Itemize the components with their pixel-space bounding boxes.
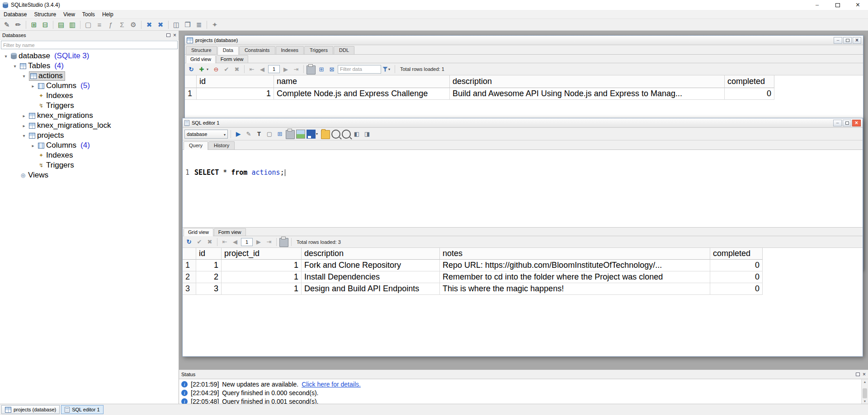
menu-database[interactable]: Database xyxy=(0,10,30,19)
disconnect-database-icon[interactable]: ✏ xyxy=(13,20,23,30)
tab-query[interactable]: Query xyxy=(184,141,208,150)
create-view-from-query-icon[interactable]: ⊞ xyxy=(275,130,284,139)
menu-view[interactable]: View xyxy=(60,10,79,19)
tab-grid-view[interactable]: Grid view xyxy=(184,228,213,236)
projects-window-titlebar[interactable]: projects (database) xyxy=(185,36,863,45)
tree-item-views[interactable]: ◎ Views xyxy=(0,170,179,180)
last-row-icon[interactable]: ⇥ xyxy=(264,238,274,247)
close-panel-icon[interactable] xyxy=(863,371,866,378)
print-icon[interactable] xyxy=(307,65,316,75)
open-sql-file-icon[interactable] xyxy=(321,130,330,139)
cell-id[interactable]: 1 xyxy=(197,88,274,100)
column-header-description[interactable]: description xyxy=(302,248,440,260)
cell-completed[interactable]: 0 xyxy=(710,283,763,295)
execute-query-icon[interactable]: ▶ xyxy=(234,130,243,139)
cell-id[interactable]: 2 xyxy=(196,271,222,283)
scrollbar-thumb[interactable] xyxy=(863,388,867,398)
cell-name[interactable]: Complete Node.js and Express Challenge xyxy=(274,88,450,100)
column-header-completed[interactable]: completed xyxy=(725,75,774,88)
replace-icon[interactable] xyxy=(342,130,351,139)
commit-changes-icon[interactable]: ✔ xyxy=(195,238,204,247)
sql-editor-titlebar[interactable]: SQL editor 1 xyxy=(183,118,863,128)
database-selector[interactable]: database xyxy=(184,130,228,139)
commit-selected-icon[interactable]: ⊞ xyxy=(317,65,326,74)
menu-tools[interactable]: Tools xyxy=(79,10,99,19)
save-results-icon-dropdown[interactable] xyxy=(316,132,320,136)
tab-form-view[interactable]: Form view xyxy=(216,55,248,63)
cell-completed[interactable]: 0 xyxy=(710,260,763,271)
cell-completed[interactable]: 0 xyxy=(725,88,774,100)
tab-grid-view[interactable]: Grid view xyxy=(186,55,216,63)
last-row-icon[interactable]: ⇥ xyxy=(292,65,301,74)
menu-help[interactable]: Help xyxy=(99,10,117,19)
taskbar-button-sql-editor[interactable]: SQL editor 1 xyxy=(61,405,103,414)
new-sql-editor-icon[interactable]: ▢ xyxy=(83,20,93,30)
filter-by-name-input[interactable] xyxy=(1,41,178,49)
refresh-grid-icon[interactable]: ↻ xyxy=(187,65,196,74)
filter-funnel-icon[interactable] xyxy=(382,67,388,72)
corner-header-cell[interactable] xyxy=(185,75,197,88)
row-number-cell[interactable]: 1 xyxy=(183,260,196,271)
tree-item-knex-migrations[interactable]: ▸ knex_migrations xyxy=(0,111,179,121)
previous-row-icon[interactable]: ◀ xyxy=(258,65,267,74)
mdi-restore-button[interactable] xyxy=(843,120,851,126)
print-icon[interactable] xyxy=(286,130,295,139)
expander-icon[interactable]: ▸ xyxy=(21,123,27,128)
mdi-minimize-button[interactable] xyxy=(834,37,842,44)
menu-structure[interactable]: Structure xyxy=(30,10,60,19)
tree-item-tables[interactable]: ▾ Tables (4) xyxy=(0,61,179,71)
commit-changes-icon[interactable]: ✔ xyxy=(222,65,231,74)
mdi-minimize-button[interactable] xyxy=(833,120,842,126)
tab-history[interactable]: History xyxy=(208,141,235,149)
column-header-project-id[interactable]: project_id xyxy=(222,248,302,260)
tree-item-actions[interactable]: ▾ actions xyxy=(0,71,179,81)
connect-database-icon[interactable]: ✎ xyxy=(2,20,12,30)
tree-item-indexes[interactable]: ✦ Indexes xyxy=(0,150,179,160)
close-window-icon[interactable]: ✖ xyxy=(144,20,154,30)
row-number-cell[interactable]: 2 xyxy=(183,271,196,283)
cell-project-id[interactable]: 1 xyxy=(222,260,302,271)
expander-icon[interactable]: ▸ xyxy=(30,84,36,89)
format-sql-icon[interactable]: T xyxy=(255,130,264,139)
tab-structure[interactable]: Structure xyxy=(186,46,217,54)
filter-data-input[interactable] xyxy=(338,65,381,74)
tree-item-columns[interactable]: ▸ Columns (5) xyxy=(0,81,179,91)
cell-completed[interactable]: 0 xyxy=(710,271,763,283)
refresh-results-icon[interactable]: ↻ xyxy=(184,238,193,247)
cell-notes[interactable]: This is where the magic happens! xyxy=(440,283,710,295)
import-icon[interactable]: ▤ xyxy=(56,20,66,30)
tree-item-triggers[interactable]: ↯ Triggers xyxy=(0,160,179,170)
float-panel-icon[interactable] xyxy=(856,373,860,376)
export-icon[interactable]: ▥ xyxy=(67,20,77,30)
cell-description[interactable]: Design and Build API Endpoints xyxy=(302,283,440,295)
arrange-windows-icon[interactable]: ≣ xyxy=(194,20,204,30)
tab-triggers[interactable]: Triggers xyxy=(304,46,333,54)
column-header-description[interactable]: description xyxy=(450,75,725,88)
page-number-box[interactable]: 1 xyxy=(268,65,280,73)
add-row-icon[interactable]: ✚ xyxy=(197,65,206,74)
filter-funnel-dropdown[interactable] xyxy=(388,67,392,71)
selected-tree-item[interactable]: actions xyxy=(29,71,65,81)
cell-description[interactable]: Build and Awesome API Using Node.js and … xyxy=(450,88,725,100)
find-icon[interactable] xyxy=(331,130,340,139)
cell-project-id[interactable]: 1 xyxy=(222,283,302,295)
tab-ddl[interactable]: DDL xyxy=(334,46,354,54)
taskbar-button-projects[interactable]: projects (database) xyxy=(1,405,60,414)
cell-notes[interactable]: Repo URL: https://github.com/BloomInstit… xyxy=(440,260,710,271)
close-button[interactable] xyxy=(848,0,868,10)
next-editor-window-icon[interactable]: ◨ xyxy=(363,130,372,139)
row-number-cell[interactable]: 3 xyxy=(183,283,196,295)
cell-notes[interactable]: Remember to cd into the folder where the… xyxy=(440,271,710,283)
cell-project-id[interactable]: 1 xyxy=(222,271,302,283)
next-row-icon[interactable]: ▶ xyxy=(254,238,263,247)
cascade-windows-icon[interactable]: ❐ xyxy=(183,20,193,30)
add-database-icon[interactable]: ⊞ xyxy=(29,20,39,30)
rollback-changes-icon[interactable]: ✖ xyxy=(205,238,214,247)
explain-query-icon[interactable]: ✎ xyxy=(244,130,253,139)
cell-description[interactable]: Install Dependencies xyxy=(302,271,440,283)
minimize-button[interactable] xyxy=(807,0,827,10)
corner-header-cell[interactable] xyxy=(183,248,196,260)
remove-database-icon[interactable]: ⊟ xyxy=(40,20,50,30)
cell-description[interactable]: Fork and Clone Repository xyxy=(302,260,440,271)
rollback-changes-icon[interactable]: ✖ xyxy=(232,65,241,74)
